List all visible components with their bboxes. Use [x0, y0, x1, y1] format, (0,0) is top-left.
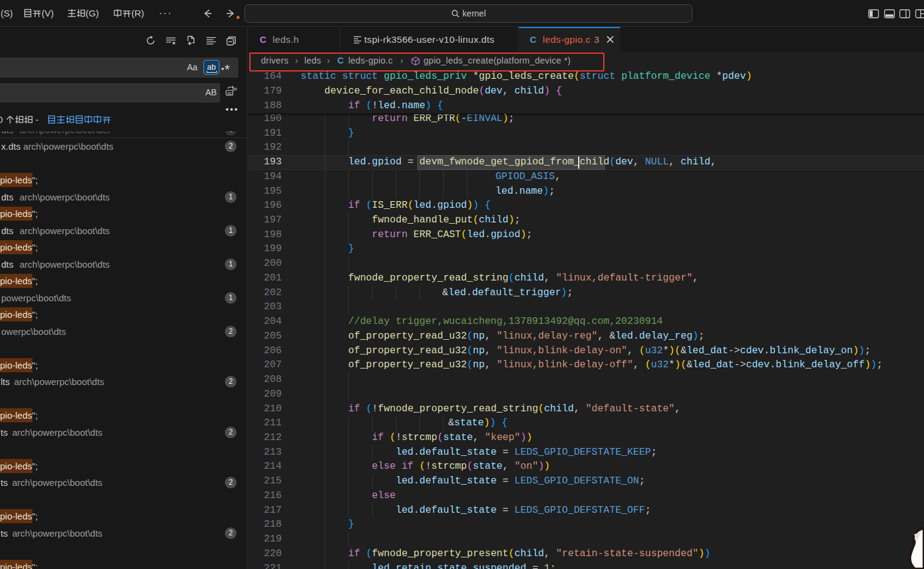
svg-text:ab: ab — [232, 87, 237, 91]
svg-text:ac: ac — [227, 91, 232, 95]
